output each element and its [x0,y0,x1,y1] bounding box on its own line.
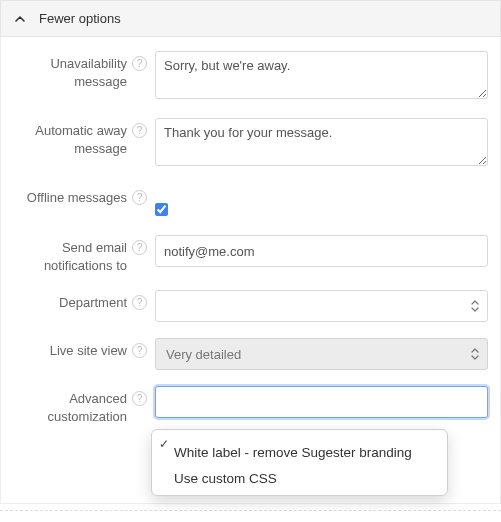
row-department: Department ? [11,282,490,330]
help-icon[interactable]: ? [132,343,147,358]
advanced-customization-dropdown: White label - remove Sugester branding U… [151,429,448,496]
row-offline-messages: Offline messages ? [11,177,490,227]
settings-panel: Fewer options Unavailability message ? A… [0,0,501,511]
notify-email-input[interactable] [155,235,488,267]
auto-away-message-input[interactable] [155,118,488,166]
help-icon[interactable]: ? [132,240,147,255]
label-auto-away: Automatic away message ? [13,118,155,157]
label-department: Department ? [13,290,155,312]
unavailability-message-input[interactable] [155,51,488,99]
panel-body: Unavailability message ? Automatic away … [0,37,501,504]
offline-messages-checkbox[interactable] [155,203,168,216]
row-live-site-view: Live site view ? Very detailed [11,330,490,378]
help-icon[interactable]: ? [132,123,147,138]
help-icon[interactable]: ? [132,295,147,310]
label-notify-email: Send email notifications to ? [13,235,155,274]
advanced-customization-select[interactable] [155,386,488,418]
label-advanced-customization: Advanced customization ? [13,386,155,425]
help-icon[interactable]: ? [132,190,147,205]
collapse-caret-icon [15,14,25,24]
live-site-view-select[interactable]: Very detailed [155,338,488,370]
divider [0,510,501,511]
dropdown-option-custom-css[interactable]: Use custom CSS [152,466,447,492]
panel-title: Fewer options [39,11,121,26]
select-sort-icon [471,348,479,360]
help-icon[interactable]: ? [132,391,147,406]
dropdown-option-white-label[interactable]: White label - remove Sugester branding [152,440,447,466]
row-notify-email: Send email notifications to ? [11,227,490,282]
help-icon[interactable]: ? [132,56,147,71]
department-select[interactable] [155,290,488,322]
label-unavailability: Unavailability message ? [13,51,155,90]
select-sort-icon [471,300,479,312]
row-unavailability: Unavailability message ? [11,43,490,110]
row-auto-away: Automatic away message ? [11,110,490,177]
label-offline-messages: Offline messages ? [13,185,155,207]
panel-header[interactable]: Fewer options [0,0,501,37]
label-live-site-view: Live site view ? [13,338,155,360]
row-advanced-customization: Advanced customization ? [11,378,490,433]
